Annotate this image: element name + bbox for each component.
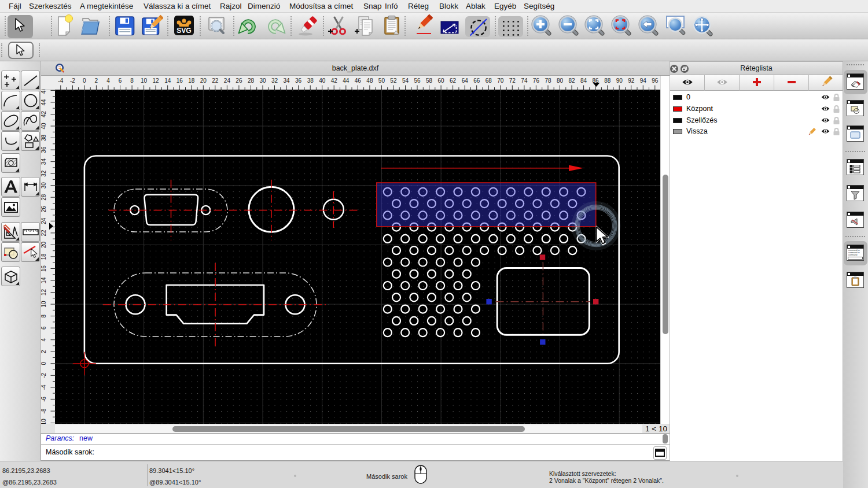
svg-text:2: 2	[41, 350, 47, 353]
svg-text:12: 12	[153, 77, 160, 84]
svg-text:6: 6	[119, 77, 122, 84]
svg-text:54: 54	[402, 77, 409, 84]
svg-text:8: 8	[130, 77, 134, 84]
svg-text:26: 26	[41, 206, 47, 213]
svg-text:18: 18	[41, 253, 47, 260]
svg-text:10: 10	[41, 301, 47, 308]
svg-text:72: 72	[509, 77, 516, 84]
svg-text:20: 20	[41, 241, 47, 248]
svg-text:34: 34	[41, 158, 47, 165]
svg-text:12: 12	[41, 289, 47, 296]
svg-text:10: 10	[141, 77, 148, 84]
svg-text:-6: -6	[41, 397, 47, 402]
svg-text:38: 38	[307, 77, 314, 84]
svg-text:96: 96	[652, 77, 659, 84]
svg-text:82: 82	[568, 77, 575, 84]
svg-text:16: 16	[176, 77, 183, 84]
svg-text:52: 52	[390, 77, 397, 84]
svg-text:4: 4	[106, 77, 110, 84]
svg-text:34: 34	[284, 77, 290, 84]
svg-text:24: 24	[41, 217, 47, 224]
svg-text:44: 44	[343, 77, 350, 84]
svg-text:-8: -8	[41, 408, 47, 413]
svg-text:46: 46	[355, 77, 362, 84]
svg-text:20: 20	[200, 77, 207, 84]
svg-text:80: 80	[557, 77, 564, 84]
svg-text:62: 62	[450, 77, 457, 84]
svg-text:50: 50	[378, 77, 385, 84]
svg-text:-4: -4	[41, 385, 47, 390]
svg-text:36: 36	[41, 146, 47, 153]
svg-text:22: 22	[212, 77, 219, 84]
svg-text:-2: -2	[70, 77, 75, 84]
svg-text:60: 60	[438, 77, 445, 84]
svg-text:-2: -2	[41, 372, 47, 378]
svg-text:70: 70	[497, 77, 504, 84]
svg-text:14: 14	[41, 277, 47, 284]
svg-text:36: 36	[295, 77, 302, 84]
svg-text:56: 56	[414, 77, 421, 84]
svg-text:42: 42	[41, 111, 47, 118]
svg-text:42: 42	[331, 77, 338, 84]
svg-text:48: 48	[366, 77, 373, 84]
svg-text:SVG: SVG	[176, 27, 191, 35]
svg-text:90: 90	[616, 77, 623, 84]
svg-text:38: 38	[41, 135, 47, 142]
svg-text:6: 6	[41, 326, 47, 330]
svg-text:40: 40	[319, 77, 326, 84]
svg-text:28: 28	[41, 194, 47, 201]
svg-text:4: 4	[41, 338, 47, 341]
svg-text:32: 32	[41, 170, 47, 177]
svg-text:28: 28	[248, 77, 255, 84]
svg-text:18: 18	[188, 77, 195, 84]
svg-text:92: 92	[628, 77, 635, 84]
svg-text:68: 68	[486, 77, 492, 84]
svg-text:74: 74	[521, 77, 528, 84]
svg-text:30: 30	[41, 182, 47, 189]
svg-text:-10: -10	[41, 419, 47, 424]
svg-text:16: 16	[41, 265, 47, 272]
svg-text:2: 2	[95, 77, 98, 84]
svg-text:76: 76	[533, 77, 540, 84]
svg-text:32: 32	[271, 77, 278, 84]
svg-text:64: 64	[462, 77, 469, 84]
svg-text:8: 8	[41, 314, 47, 317]
svg-text:78: 78	[545, 77, 551, 84]
svg-text:84: 84	[580, 77, 587, 84]
svg-text:58: 58	[426, 77, 433, 84]
svg-text:86: 86	[593, 77, 599, 84]
svg-text:94: 94	[640, 77, 647, 84]
svg-text:-4: -4	[58, 77, 63, 84]
svg-text:0: 0	[83, 77, 86, 84]
svg-text:14: 14	[164, 77, 171, 84]
svg-text:26: 26	[236, 77, 242, 84]
svg-text:24: 24	[224, 77, 231, 84]
svg-text:40: 40	[41, 123, 47, 130]
svg-text:30: 30	[259, 77, 266, 84]
svg-text:46: 46	[41, 90, 47, 94]
svg-text:88: 88	[604, 77, 611, 84]
svg-text:44: 44	[41, 99, 47, 106]
svg-text:22: 22	[41, 230, 47, 236]
svg-text:66: 66	[473, 77, 480, 84]
svg-text:0: 0	[41, 362, 47, 365]
